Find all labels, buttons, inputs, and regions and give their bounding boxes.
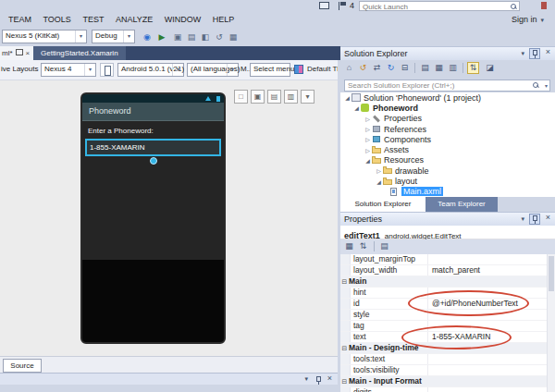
source-view-tab[interactable]: Source [3,359,42,373]
phone-number-edittext[interactable]: 1-855-XAMARIN [85,139,221,156]
property-row-layout-margintop[interactable]: layout_marginTop [340,254,555,265]
adorners-toggle-button[interactable]: ▥ [284,90,298,104]
expander-icon[interactable] [364,157,372,164]
property-row-tools-visibility[interactable]: tools:visibility [340,365,555,376]
partial-document-tab[interactable]: ml*× [0,46,33,60]
alphabetical-icon[interactable] [357,240,369,252]
designer-device-dropdown[interactable]: Nexus 4 [41,63,96,77]
tree-item-references[interactable]: References [340,124,555,134]
home-icon[interactable] [343,62,355,74]
orientation-button[interactable] [100,63,114,77]
property-row-id[interactable]: id@+id/PhoneNumberText [340,299,555,310]
expander-icon[interactable] [375,178,383,185]
feedback-monitor-icon[interactable] [319,2,329,9]
expander-icon[interactable] [343,94,352,101]
tree-item-project[interactable]: Phoneword [340,103,555,113]
tree-item-main-axml[interactable]: Main.axml [340,187,555,197]
property-row-digits[interactable]: digits [340,387,555,392]
tree-item-drawable[interactable]: drawable [340,165,555,176]
tree-item-solution[interactable]: Solution 'Phoneword' (1 project) [340,92,555,103]
switch-views-icon[interactable] [357,62,369,74]
pin-button[interactable] [529,48,540,59]
new-item-icon[interactable] [171,31,184,43]
category-row-input-format[interactable]: Main - Input Format [340,376,555,387]
property-value[interactable] [428,254,555,264]
properties-scrollbar[interactable] [547,254,555,392]
expander-icon[interactable] [364,116,372,122]
tree-item-layout[interactable]: layout [340,176,555,186]
property-value[interactable] [428,321,555,331]
theme-dropdown[interactable]: Default Theme [307,65,338,73]
tab-team-explorer[interactable]: Team Explorer [426,197,498,212]
view-code-icon[interactable] [447,62,459,74]
panel-menu-icon[interactable] [521,50,524,57]
close-icon[interactable]: × [327,374,332,383]
category-row-design-time[interactable]: Main - Design-time [340,343,555,354]
configuration-dropdown[interactable]: Debug [92,30,135,43]
collapse-all-icon[interactable] [399,62,411,74]
property-value-text[interactable]: 1-855-XAMARIN [428,332,555,342]
menu-analyze[interactable]: ANALYZE [111,12,157,27]
notification-count[interactable]: 4 [350,1,354,10]
attach-icon[interactable] [141,31,154,43]
property-row-hint[interactable]: hint [340,288,555,299]
property-value[interactable] [428,365,555,375]
property-value[interactable] [428,310,555,320]
expander-icon[interactable] [364,147,372,153]
tree-item-properties[interactable]: Properties [340,114,555,124]
select-menu-dropdown[interactable]: Select menu [250,63,290,77]
tree-item-resources[interactable]: Resources [340,155,555,165]
toolbar-options-icon[interactable] [227,31,240,43]
close-tab-icon[interactable]: × [26,49,31,57]
sync-with-active-document-icon[interactable] [371,62,383,74]
show-all-files-icon[interactable] [433,62,445,74]
float-window-icon[interactable] [16,49,23,55]
solution-explorer-search-input[interactable]: Search Solution Explorer (Ctrl+;) [344,80,550,92]
scrollbar-thumb[interactable] [549,256,554,291]
device-dropdown[interactable]: Nexus 5 (KitKat) [2,30,87,43]
panel-menu-icon[interactable] [521,215,524,223]
red-pin-icon[interactable] [541,2,547,9]
expander-icon[interactable] [364,136,372,142]
zoom-fit-button[interactable]: □ [234,90,248,104]
categorized-icon[interactable] [343,240,355,252]
selected-object-row[interactable]: editText1android.widget.EditText [340,226,555,239]
collapse-category-icon[interactable] [340,343,349,353]
expander-icon[interactable] [375,167,383,174]
expander-icon[interactable] [352,104,361,111]
designer-options-button[interactable]: ▾ [301,90,314,104]
android-version-dropdown[interactable]: Android 5.0.1 (v21) [117,63,184,77]
property-value[interactable] [428,354,555,364]
tab-solution-explorer[interactable]: Solution Explorer [340,197,426,212]
save-icon[interactable] [199,31,212,43]
menu-window[interactable]: WINDOW [160,12,206,27]
collapse-category-icon[interactable] [340,376,349,386]
sort-toggle-icon[interactable] [467,62,479,74]
alternative-layouts-label[interactable]: ive Layouts [1,65,38,73]
close-icon[interactable]: × [546,47,550,56]
menu-test[interactable]: TEST [78,12,108,27]
menu-help[interactable]: HELP [208,12,240,27]
property-value-id[interactable]: @+id/PhoneNumberText [428,299,555,309]
tree-item-components[interactable]: Components [340,134,555,144]
notifications-flag-icon[interactable] [339,2,347,10]
language-dropdown[interactable]: (All languages) [187,63,239,77]
panel-menu-icon[interactable] [304,375,308,383]
property-pages-icon[interactable] [378,240,390,252]
open-file-icon[interactable] [185,31,198,43]
quick-launch-box[interactable]: Quick Launch [359,1,520,11]
property-row-style[interactable]: style [340,310,555,321]
document-tab-gettingstarted[interactable]: GettingStarted.Xamarin [33,46,126,60]
phoneword-prompt-label[interactable]: Enter a Phoneword: [82,121,224,135]
category-row-main[interactable]: Main [340,276,555,288]
undo-icon[interactable] [213,31,226,43]
sign-in-button[interactable]: Sign in [512,12,544,28]
close-icon[interactable]: × [546,213,550,222]
tree-item-assets[interactable]: Assets [340,144,555,154]
property-row-tag[interactable]: tag [340,321,555,332]
menu-tools[interactable]: TOOLS [39,12,76,27]
expander-icon[interactable] [364,126,372,132]
property-value[interactable] [428,288,555,298]
property-row-text[interactable]: text1-855-XAMARIN [340,332,555,343]
property-row-layout-width[interactable]: layout_widthmatch_parent [340,265,555,276]
